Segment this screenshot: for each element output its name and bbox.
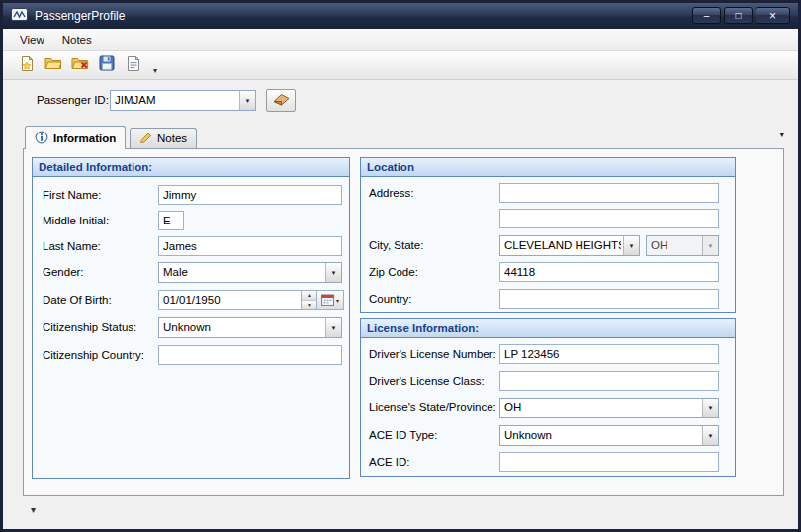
dob-label: Date Of Birth: [43,294,112,306]
group-header-location: Location [361,158,735,177]
save-profile-button[interactable] [95,53,119,77]
gender-value: Male [163,266,323,278]
pencil-icon [139,132,152,146]
window-controls: – □ × [692,7,790,24]
save-floppy-icon [99,55,115,75]
group-header-license: License Information: [361,319,735,338]
tab-information[interactable]: Information [25,126,126,149]
dob-spinner: ▲ ▼ [302,290,317,310]
middle-initial-label: Middle Initial: [43,215,109,226]
close-folder-icon [71,55,89,75]
passenger-id-combo[interactable]: JIMJAM ▼ [110,90,256,111]
tab-notes-label: Notes [157,133,187,144]
eraser-icon [272,92,291,110]
spinner-up-icon[interactable]: ▲ [302,291,316,301]
country-label: Country: [369,293,411,305]
close-button[interactable]: × [756,7,790,24]
open-folder-icon [44,55,62,75]
group-detailed-information: Detailed Information: First Name: Middle… [32,157,350,479]
state-value: OH [651,239,700,251]
zip-code-label: Zip Code: [369,266,418,278]
last-name-label: Last Name: [43,240,101,252]
chevron-down-icon[interactable]: ▼ [702,426,718,445]
ace-id-type-combo[interactable]: Unknown ▼ [499,425,719,446]
chevron-down-icon[interactable]: ▼ [325,263,341,282]
tab-list-arrow-icon[interactable]: ▾ [779,130,784,139]
citizenship-status-combo[interactable]: Unknown ▼ [158,317,342,338]
country-input[interactable] [499,289,719,309]
group-header-detailed: Detailed Information: [33,158,349,177]
license-state-label: License's State/Province: [369,401,496,413]
toolbar-overflow-arrow-icon[interactable]: ▾ [153,66,157,79]
erase-passenger-button[interactable] [266,89,296,112]
dob-input[interactable] [158,290,302,310]
menu-notes[interactable]: Notes [53,31,101,48]
dl-number-input[interactable] [499,344,719,364]
gender-combo[interactable]: Male ▼ [158,262,342,283]
bottom-collapse-arrow-icon[interactable]: ▾ [31,504,36,515]
group-location: Location Address: City, State: CLEVELAND… [360,157,736,313]
dl-class-label: Driver's License Class: [369,375,485,387]
close-profile-button[interactable] [68,53,92,77]
license-state-combo[interactable]: OH ▼ [499,398,719,418]
ace-id-type-label: ACE ID Type: [369,429,437,441]
window-title: PassengerProfile [35,9,125,23]
chevron-down-icon[interactable]: ▼ [702,236,718,255]
last-name-input[interactable] [158,236,342,256]
ace-id-label: ACE ID: [369,456,410,468]
new-profile-button[interactable] [15,53,39,77]
city-value: CLEVELAND HEIGHTS, [504,239,621,251]
report-button[interactable] [122,53,145,77]
address-label: Address: [369,187,413,199]
info-icon [35,131,48,146]
chevron-down-icon[interactable]: ▼ [325,318,341,337]
dl-number-label: Driver's License Number: [369,348,496,360]
address-line1-input[interactable] [499,183,719,203]
dl-class-input[interactable] [499,371,719,391]
citizenship-country-label: Citizenship Country: [43,349,144,361]
tab-notes[interactable]: Notes [130,128,197,148]
first-name-input[interactable] [158,185,342,205]
address-line2-input[interactable] [499,209,719,228]
app-icon [11,7,28,25]
city-combo[interactable]: CLEVELAND HEIGHTS, ▼ [499,235,640,256]
dob-calendar-button[interactable]: ▾ [317,290,344,310]
state-combo[interactable]: OH ▼ [646,235,719,256]
calendar-icon [321,294,334,307]
citizenship-status-label: Citizenship Status: [43,321,136,333]
first-name-label: First Name: [43,189,101,201]
open-profile-button[interactable] [42,53,65,77]
citizenship-status-value: Unknown [163,321,323,333]
license-state-value: OH [504,401,700,413]
menubar: View Notes [3,29,798,51]
chevron-down-icon[interactable]: ▼ [623,236,639,255]
maximize-button[interactable]: □ [724,7,753,24]
passenger-id-row: Passenger ID: JIMJAM ▼ [3,80,798,120]
tab-information-label: Information [53,133,116,144]
titlebar: PassengerProfile – □ × [3,3,798,29]
minimize-button[interactable]: – [692,7,721,24]
chevron-down-icon: ▾ [336,297,339,304]
city-state-label: City, State: [369,239,423,251]
chevron-down-icon[interactable]: ▼ [702,399,718,417]
menu-view[interactable]: View [11,31,53,48]
ace-id-input[interactable] [499,452,719,472]
spinner-down-icon[interactable]: ▼ [302,301,316,310]
citizenship-country-input[interactable] [158,345,342,365]
group-license-information: License Information: Driver's License Nu… [360,318,736,477]
toolbar: ▾ [3,51,798,80]
new-document-icon [19,55,36,76]
report-document-icon [126,55,141,76]
passenger-id-value: JIMJAM [115,94,237,106]
chevron-down-icon[interactable]: ▼ [239,91,255,110]
information-panel: Detailed Information: First Name: Middle… [23,148,784,496]
ace-id-type-value: Unknown [504,429,700,441]
middle-initial-input[interactable] [158,211,184,230]
passenger-id-label: Passenger ID: [37,94,109,106]
zip-code-input[interactable] [499,262,719,282]
app-window: PassengerProfile – □ × View Notes [0,0,801,532]
gender-label: Gender: [43,266,84,278]
